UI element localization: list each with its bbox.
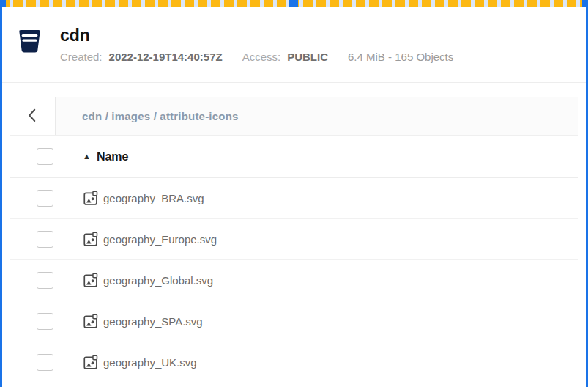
row-checkbox[interactable] xyxy=(37,231,53,248)
breadcrumb-bar: cdn / images / attribute-icons xyxy=(10,97,578,136)
breadcrumb-path-area[interactable]: cdn / images / attribute-icons xyxy=(56,97,578,135)
sort-asc-icon: ▲ xyxy=(83,152,91,161)
row-checkbox[interactable] xyxy=(37,272,53,289)
created-label: Created: xyxy=(60,51,103,63)
table-row[interactable]: geography_UK.svg xyxy=(10,342,578,383)
row-checkbox[interactable] xyxy=(37,190,53,207)
created-value: 2022-12-19T14:40:57Z xyxy=(109,51,223,63)
select-all-checkbox[interactable] xyxy=(37,148,53,165)
table-row[interactable]: geography_Global.svg xyxy=(10,260,578,301)
object-name[interactable]: geography_Europe.svg xyxy=(103,233,217,246)
name-column-header[interactable]: Name xyxy=(97,150,129,163)
object-name[interactable]: geography_Global.svg xyxy=(103,274,213,287)
table-row[interactable]: geography_BRA.svg xyxy=(10,178,578,219)
bucket-icon xyxy=(18,28,42,54)
access-value: PUBLIC xyxy=(287,51,328,63)
objects-table: ▲ Name geography_BRA.svg xyxy=(10,136,578,383)
image-file-icon xyxy=(82,313,99,330)
row-checkbox[interactable] xyxy=(37,313,53,330)
object-name[interactable]: geography_SPA.svg xyxy=(103,315,203,328)
row-checkbox[interactable] xyxy=(37,354,53,371)
screenshot-root: cdn Created: 2022-12-19T14:40:57Z Access… xyxy=(0,0,588,387)
image-file-icon xyxy=(82,272,99,289)
back-button[interactable] xyxy=(10,97,56,135)
access-label: Access: xyxy=(242,51,281,63)
bucket-browser-page: cdn Created: 2022-12-19T14:40:57Z Access… xyxy=(2,7,586,387)
breadcrumb[interactable]: cdn / images / attribute-icons xyxy=(82,110,239,122)
table-header-row: ▲ Name xyxy=(10,136,578,178)
table-row[interactable]: geography_SPA.svg xyxy=(10,301,578,342)
bucket-meta: Created: 2022-12-19T14:40:57Z Access: PU… xyxy=(60,51,453,63)
image-file-icon xyxy=(82,354,99,371)
bucket-title: cdn xyxy=(60,26,453,45)
object-name[interactable]: geography_BRA.svg xyxy=(103,192,204,204)
image-file-icon xyxy=(82,231,99,248)
bucket-info: cdn Created: 2022-12-19T14:40:57Z Access… xyxy=(60,26,453,63)
bucket-header: cdn Created: 2022-12-19T14:40:57Z Access… xyxy=(2,7,586,83)
bucket-size-objects: 6.4 MiB - 165 Objects xyxy=(348,51,453,63)
table-row[interactable]: geography_Europe.svg xyxy=(10,219,578,260)
chevron-left-icon xyxy=(24,106,42,127)
name-column-sort[interactable]: ▲ Name xyxy=(83,150,128,163)
object-name[interactable]: geography_UK.svg xyxy=(103,356,197,369)
image-file-icon xyxy=(82,190,99,207)
